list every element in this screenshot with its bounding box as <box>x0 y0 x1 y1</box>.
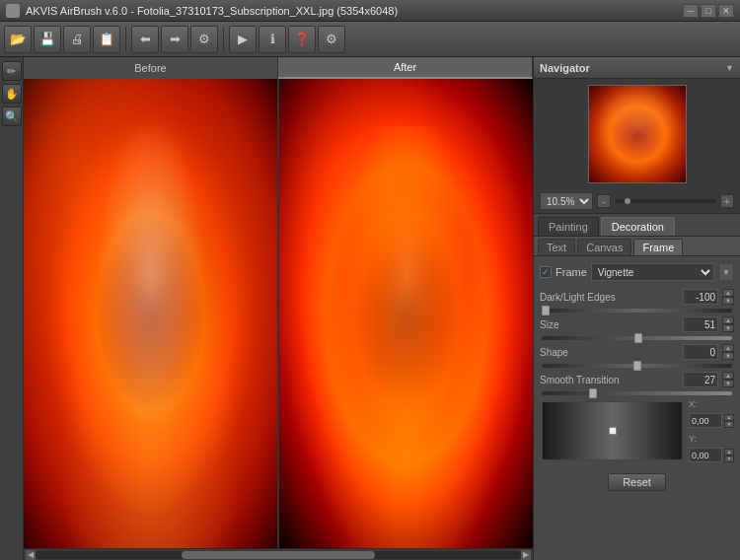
x-spin-up[interactable]: ▲ <box>724 414 734 421</box>
app-title: AKVIS AirBrush v.6.0 - Fotolia_37310173_… <box>26 5 398 17</box>
frame-checkbox[interactable]: ✓ <box>540 266 552 278</box>
zoom-bar: 10.5% - + <box>534 189 740 214</box>
after-image <box>279 79 533 548</box>
reset-button[interactable]: Reset <box>608 473 666 491</box>
shape-spinners: ▲ ▼ <box>722 344 734 360</box>
y-spinners: ▲ ▼ <box>724 449 734 462</box>
size-slider-row <box>540 336 734 340</box>
gradient-handle[interactable] <box>609 427 617 435</box>
main-layout: ✏ ✋ 🔍 Before After ◀ ▶ <box>0 57 740 560</box>
hand-tool[interactable]: ✋ <box>2 84 22 104</box>
x-spinners: ▲ ▼ <box>724 414 734 428</box>
xy-side: X: ▲ ▼ Y: ▲ ▼ <box>689 397 734 464</box>
minimize-button[interactable]: ─ <box>683 4 699 18</box>
save-button[interactable]: 💾 <box>34 26 61 53</box>
size-spinners: ▲ ▼ <box>722 316 734 332</box>
smooth-input[interactable] <box>683 372 718 387</box>
x-input[interactable] <box>689 413 722 428</box>
navigator-title: Navigator <box>540 62 590 74</box>
scroll-left-arrow[interactable]: ◀ <box>26 550 36 560</box>
preferences-button[interactable]: ⚙ <box>318 26 345 53</box>
painting-tab[interactable]: Painting <box>538 217 599 236</box>
dark-light-row: Dark/Light Edges ▲ ▼ <box>540 287 734 307</box>
zoom-slider-track[interactable] <box>615 199 716 203</box>
x-spin-down[interactable]: ▼ <box>724 421 734 428</box>
canvas-scrollbar[interactable]: ◀ ▶ <box>24 548 533 560</box>
zoom-minus-button[interactable]: - <box>597 194 611 208</box>
after-canvas <box>279 79 533 548</box>
shape-slider-row <box>540 364 734 368</box>
gradient-box[interactable] <box>542 401 683 460</box>
maximize-button[interactable]: □ <box>701 4 716 18</box>
size-slider-thumb[interactable] <box>634 333 642 343</box>
shape-label: Shape <box>540 347 679 358</box>
navigator-thumb-overlay <box>589 86 686 182</box>
canvas-sub-tab[interactable]: Canvas <box>577 239 631 255</box>
scrollbar-track[interactable] <box>36 551 521 559</box>
smooth-spin-up[interactable]: ▲ <box>722 372 734 380</box>
dark-light-slider-thumb[interactable] <box>542 306 550 315</box>
zoom-plus-button[interactable]: + <box>720 194 734 208</box>
clipboard-button[interactable]: 📋 <box>93 26 120 53</box>
y-spin-up[interactable]: ▲ <box>724 449 734 455</box>
smooth-spin-down[interactable]: ▼ <box>722 380 734 387</box>
decoration-tab[interactable]: Decoration <box>601 217 675 236</box>
redo-button[interactable]: ➡ <box>161 26 188 53</box>
shape-spin-up[interactable]: ▲ <box>722 344 734 352</box>
text-sub-tab[interactable]: Text <box>538 239 575 255</box>
smooth-spinners: ▲ ▼ <box>722 372 734 387</box>
frame-select-arrow[interactable]: ▼ <box>718 263 734 281</box>
settings-button[interactable]: ⚙ <box>190 26 218 53</box>
brush-tool[interactable]: ✏ <box>2 61 22 81</box>
navigator-thumbnail[interactable] <box>588 85 687 183</box>
dark-light-spin-up[interactable]: ▲ <box>722 289 734 297</box>
frame-sub-tab[interactable]: Frame <box>633 239 683 255</box>
after-figure <box>330 126 481 502</box>
frame-type-select[interactable]: Vignette <box>591 263 714 281</box>
dark-light-input[interactable] <box>683 289 718 305</box>
canvas-split <box>24 79 533 548</box>
x-field-row: ▲ ▼ <box>689 413 734 428</box>
navigator-preview <box>534 79 740 189</box>
zoom-slider-thumb[interactable] <box>625 198 630 204</box>
before-tab[interactable]: Before <box>24 57 278 79</box>
play-button[interactable]: ▶ <box>229 26 257 53</box>
scroll-right-arrow[interactable]: ▶ <box>521 550 531 560</box>
shape-slider-track[interactable] <box>542 364 732 368</box>
x-label: X: <box>689 399 734 409</box>
smooth-slider-thumb[interactable] <box>589 388 597 398</box>
dark-light-label: Dark/Light Edges <box>540 292 679 303</box>
sub-tab-strip: Text Canvas Frame <box>534 237 740 256</box>
canvas-area: Before After ◀ ▶ <box>24 57 533 560</box>
size-spin-down[interactable]: ▼ <box>722 324 734 332</box>
after-tab[interactable]: After <box>278 57 533 79</box>
shape-input[interactable] <box>683 344 718 360</box>
dark-light-slider-track[interactable] <box>542 309 732 313</box>
app-icon <box>6 4 20 18</box>
size-spin-up[interactable]: ▲ <box>722 316 734 324</box>
help-button[interactable]: ❓ <box>288 26 316 53</box>
size-input[interactable] <box>683 316 718 332</box>
toolbar-separator-2 <box>223 27 224 52</box>
gradient-box-wrap <box>540 397 685 464</box>
info-button[interactable]: ℹ <box>259 26 286 53</box>
open-button[interactable]: 📂 <box>4 26 32 53</box>
close-button[interactable]: ✕ <box>718 4 734 18</box>
dark-light-spin-down[interactable]: ▼ <box>722 297 734 305</box>
shape-spin-down[interactable]: ▼ <box>722 352 734 360</box>
y-label: Y: <box>689 434 734 444</box>
frame-label: Frame <box>555 266 587 278</box>
y-spin-down[interactable]: ▼ <box>724 455 734 462</box>
scrollbar-thumb[interactable] <box>182 551 376 559</box>
before-image <box>24 79 277 548</box>
print-button[interactable]: 🖨 <box>63 26 91 53</box>
smooth-slider-track[interactable] <box>542 391 732 395</box>
zoom-select[interactable]: 10.5% <box>540 192 593 210</box>
shape-slider-thumb[interactable] <box>633 361 641 371</box>
y-input[interactable] <box>689 448 722 462</box>
left-tool-panel: ✏ ✋ 🔍 <box>0 57 24 560</box>
zoom-tool[interactable]: 🔍 <box>2 106 22 126</box>
navigator-collapse[interactable]: ▼ <box>725 63 734 73</box>
undo-button[interactable]: ⬅ <box>131 26 159 53</box>
size-slider-track[interactable] <box>542 336 732 340</box>
